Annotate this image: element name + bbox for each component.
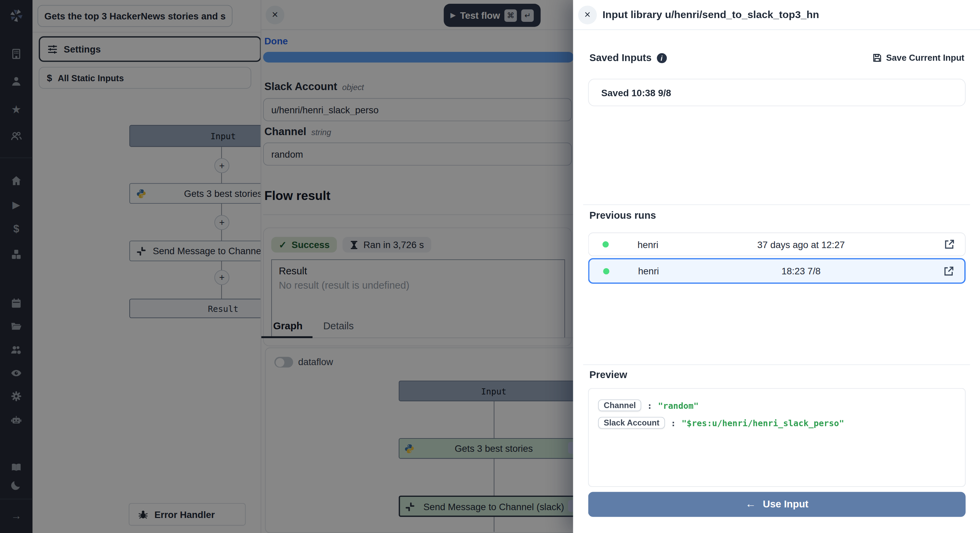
colon: : bbox=[647, 400, 652, 410]
preview-heading: Preview bbox=[589, 369, 627, 380]
section-divider bbox=[583, 204, 970, 205]
run-user: henri bbox=[638, 266, 659, 276]
input-preview-box: Channel : "random" Slack Account : "$res… bbox=[588, 388, 966, 487]
open-run-external-link-icon[interactable] bbox=[943, 266, 955, 277]
close-drawer-button[interactable]: × bbox=[578, 5, 597, 24]
section-divider bbox=[583, 364, 970, 365]
saved-input-item[interactable]: Saved 10:38 9/8 bbox=[588, 79, 966, 107]
drawer-header-divider bbox=[573, 29, 980, 30]
saved-inputs-heading: Saved Inputs i bbox=[589, 53, 667, 64]
run-success-dot bbox=[603, 241, 609, 247]
preview-key: Channel bbox=[598, 399, 641, 411]
modal-scrim[interactable] bbox=[0, 0, 573, 533]
preview-value: "$res:u/henri/henri_slack_perso" bbox=[681, 418, 844, 428]
colon: : bbox=[671, 418, 676, 428]
info-icon[interactable]: i bbox=[657, 53, 667, 63]
open-run-external-link-icon[interactable] bbox=[944, 239, 955, 250]
use-input-button[interactable]: ← Use Input bbox=[588, 492, 966, 517]
drawer-title: Input library u/henri/send_to_slack_top3… bbox=[603, 0, 819, 29]
app-window: ★ ▶ $ bbox=[0, 0, 980, 533]
previous-run-row[interactable]: henri 37 days ago at 12:27 bbox=[588, 232, 966, 256]
left-arrow-icon: ← bbox=[745, 498, 756, 511]
save-current-input-label: Save Current Input bbox=[886, 53, 964, 62]
input-library-drawer: × Input library u/henri/send_to_slack_to… bbox=[573, 0, 980, 533]
run-time: 18:23 7/8 bbox=[659, 266, 943, 276]
run-time: 37 days ago at 12:27 bbox=[658, 239, 943, 250]
previous-run-row-selected[interactable]: henri 18:23 7/8 bbox=[588, 258, 966, 283]
run-success-dot bbox=[603, 268, 609, 274]
preview-entry: Channel : "random" bbox=[598, 399, 956, 411]
save-current-input-button[interactable]: Save Current Input bbox=[872, 53, 964, 62]
use-input-label: Use Input bbox=[763, 499, 809, 510]
save-floppy-icon bbox=[872, 53, 881, 62]
saved-input-label: Saved 10:38 9/8 bbox=[601, 88, 671, 98]
preview-value: "random" bbox=[658, 400, 698, 410]
previous-runs-heading: Previous runs bbox=[589, 210, 656, 221]
preview-key: Slack Account bbox=[598, 417, 665, 429]
run-user: henri bbox=[637, 239, 658, 250]
preview-entry: Slack Account : "$res:u/henri/henri_slac… bbox=[598, 417, 956, 429]
